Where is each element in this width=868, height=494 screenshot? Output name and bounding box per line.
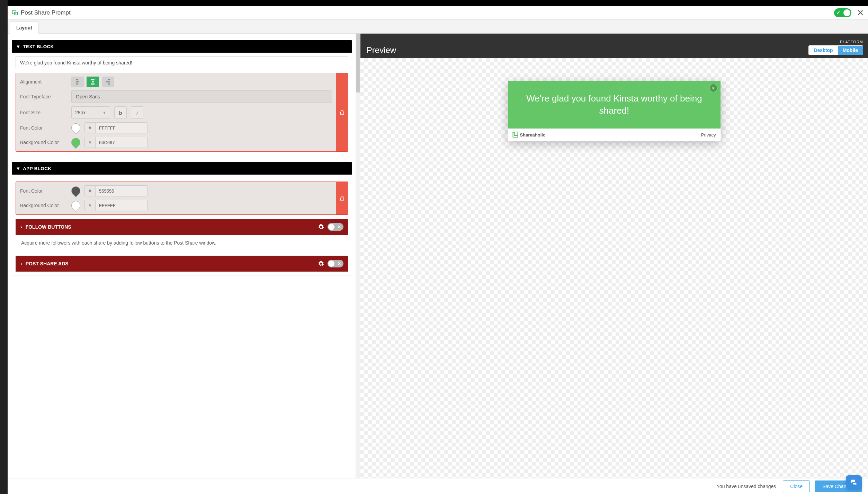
align-right-button[interactable] [102, 77, 114, 87]
x-icon: ✕ [338, 261, 341, 266]
hash-prefix: # [84, 200, 96, 211]
section-title: APP BLOCK [23, 166, 51, 171]
label-font-color: Font Color [20, 125, 67, 131]
platform-toggle: Desktop Mobile [808, 45, 863, 55]
font-typeface-select[interactable]: Open Sans [71, 90, 332, 103]
font-size-select[interactable]: 28px ▼ [71, 106, 110, 119]
x-icon: ✕ [338, 224, 341, 229]
check-icon: ✓ [836, 10, 840, 15]
app-font-color-swatch[interactable] [70, 185, 82, 197]
scrollbar-thumb[interactable] [356, 34, 360, 92]
post-share-prompt-modal: Post Share Prompt ✓ ✕ Layout ▾ TEXT BLOC… [8, 6, 868, 494]
chevron-down-icon: ▾ [17, 166, 19, 171]
label-bg-color: Background Color [20, 140, 67, 145]
close-button[interactable]: Close [783, 480, 810, 492]
shareaholic-brand[interactable]: Shareaholic [512, 132, 545, 138]
preview-canvas: ✕ We're glad you found Kinsta worthy of … [360, 58, 868, 494]
hash-prefix: # [84, 122, 96, 133]
section-header-post-share-ads[interactable]: › POST SHARE ADS ✕ [16, 256, 348, 272]
label-font-color: Font Color [20, 188, 67, 194]
chevron-right-icon: › [20, 261, 22, 266]
caret-down-icon: ▼ [102, 111, 106, 115]
section-header-app-block[interactable]: ▾ APP BLOCK [12, 162, 352, 175]
section-header-follow-buttons[interactable]: › FOLLOW BUTTONS ✕ [16, 219, 348, 235]
app-bg-color-swatch[interactable] [70, 199, 82, 212]
post-share-ads-toggle[interactable]: ✕ [328, 260, 343, 267]
gear-icon[interactable] [318, 261, 324, 267]
hash-prefix: # [84, 137, 96, 148]
preview-header: Preview PLATFORM Desktop Mobile [360, 34, 868, 58]
settings-scrollbar[interactable] [356, 34, 360, 494]
app-font-color-input[interactable] [96, 185, 147, 196]
italic-button[interactable]: i [131, 106, 143, 119]
tabs-strip: Layout [8, 20, 868, 34]
section-text-block: ▾ TEXT BLOCK Alignment [12, 40, 352, 156]
align-center-button[interactable] [87, 77, 99, 87]
text-block-text-input[interactable] [16, 56, 348, 69]
label-typeface: Font Typeface [20, 94, 67, 99]
shareaholic-logo-icon [512, 132, 518, 138]
modal-title: Post Share Prompt [21, 9, 71, 16]
label-font-size: Font Size [20, 110, 67, 115]
lock-icon [339, 195, 345, 201]
tab-layout[interactable]: Layout [10, 21, 39, 34]
settings-panel: ▾ TEXT BLOCK Alignment [8, 34, 360, 494]
section-title: POST SHARE ADS [26, 261, 314, 266]
platform-label: PLATFORM [808, 40, 863, 44]
chevron-right-icon: › [20, 224, 22, 230]
app-block-locked-options: Font Color # Background Color [16, 182, 348, 215]
privacy-link[interactable]: Privacy [701, 132, 716, 138]
bg-color-swatch[interactable] [70, 136, 82, 149]
align-left-button[interactable] [71, 77, 84, 87]
section-header-text-block[interactable]: ▾ TEXT BLOCK [12, 40, 352, 53]
platform-mobile-button[interactable]: Mobile [838, 46, 863, 55]
wp-admin-sidebar-sliver [0, 0, 8, 494]
app-logo-icon [12, 10, 18, 16]
help-chat-button[interactable] [846, 475, 862, 489]
bg-color-input[interactable] [96, 137, 147, 148]
chat-icon [850, 478, 858, 486]
premium-lock-strip[interactable] [336, 73, 348, 151]
preview-title: Preview [367, 45, 809, 55]
label-bg-color: Background Color [20, 203, 67, 208]
preview-close-button[interactable]: ✕ [709, 84, 717, 92]
share-prompt-preview-card: ✕ We're glad you found Kinsta worthy of … [508, 81, 721, 141]
section-title: FOLLOW BUTTONS [26, 224, 314, 230]
follow-buttons-toggle[interactable]: ✕ [328, 223, 343, 231]
font-color-input[interactable] [96, 122, 147, 133]
section-app-block: ▾ APP BLOCK Font Color # [12, 162, 352, 275]
text-block-locked-options: Alignment Font Typeface Open [16, 73, 348, 152]
unsaved-changes-text: You have unsaved changes [717, 484, 776, 489]
modal-header: Post Share Prompt ✓ ✕ [8, 6, 868, 20]
platform-desktop-button[interactable]: Desktop [809, 46, 838, 55]
hash-prefix: # [84, 185, 96, 196]
app-bg-color-input[interactable] [96, 200, 147, 211]
section-title: TEXT BLOCK [23, 44, 54, 49]
feature-enabled-toggle[interactable]: ✓ [834, 8, 851, 17]
label-alignment: Alignment [20, 79, 67, 85]
premium-lock-strip[interactable] [336, 182, 348, 214]
gear-icon[interactable] [318, 224, 324, 230]
close-modal-button[interactable]: ✕ [857, 9, 864, 16]
chevron-down-icon: ▾ [17, 44, 19, 49]
follow-buttons-description: Acquire more followers with each share b… [16, 235, 348, 252]
preview-panel: Preview PLATFORM Desktop Mobile ✕ We're … [360, 34, 868, 494]
lock-icon [339, 109, 345, 115]
font-color-swatch[interactable] [70, 122, 82, 134]
bold-button[interactable]: b [114, 106, 127, 119]
modal-footer-bar: You have unsaved changes Close Save Chan… [8, 478, 868, 494]
preview-message: We're glad you found Kinsta worthy of be… [521, 92, 707, 117]
